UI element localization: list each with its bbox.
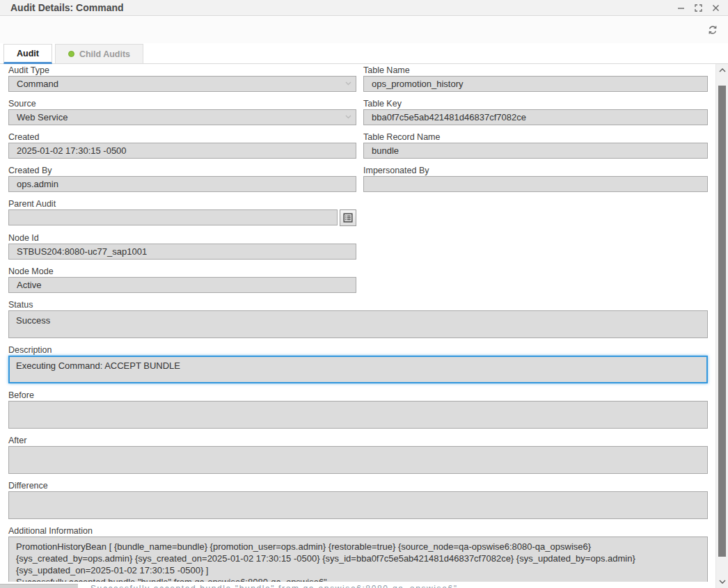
- table-name-input[interactable]: [363, 76, 708, 92]
- vertical-scrollbar[interactable]: [715, 64, 728, 588]
- status-label: Status: [8, 299, 715, 308]
- parent-audit-lookup-button[interactable]: [340, 209, 356, 226]
- after-textarea[interactable]: [8, 446, 708, 474]
- difference-label: Difference: [8, 479, 715, 489]
- source-input[interactable]: [8, 109, 356, 125]
- impersonated-by-label: Impersonated By: [363, 164, 708, 174]
- created-by-input[interactable]: [8, 176, 356, 192]
- table-key-label: Table Key: [363, 97, 708, 107]
- additional-information-textarea[interactable]: PromotionHistoryBean [ {bundle_name=bund…: [8, 537, 708, 588]
- audit-type-input[interactable]: [8, 76, 356, 92]
- restore-button[interactable]: [693, 2, 704, 13]
- tab-strip: Audit Child Audits: [0, 43, 728, 64]
- node-id-input[interactable]: [8, 244, 356, 260]
- audit-details-dialog: Audit Details: Command: [0, 0, 728, 588]
- table-name-label: Table Name: [363, 64, 708, 74]
- created-label: Created: [8, 131, 356, 141]
- dialog-title: Audit Details: Command: [10, 2, 124, 13]
- minimize-button[interactable]: [675, 2, 686, 13]
- description-textarea[interactable]: Executing Command: ACCEPT BUNDLE: [8, 356, 708, 383]
- refresh-icon: [707, 24, 718, 35]
- source-label: Source: [8, 97, 356, 107]
- clipped-bottom-row: Successfully accepted bundle "bundle" fr…: [0, 582, 715, 588]
- scroll-up-button[interactable]: [716, 65, 728, 76]
- audit-form-panel: Audit Type Table Name Source: [0, 64, 715, 588]
- close-button[interactable]: [710, 2, 721, 13]
- table-record-name-input[interactable]: [363, 143, 708, 159]
- chevron-up-icon: [719, 68, 726, 72]
- status-textarea[interactable]: Success: [8, 310, 708, 338]
- created-input[interactable]: [8, 143, 356, 159]
- description-label: Description: [8, 344, 715, 353]
- created-by-label: Created By: [8, 164, 356, 174]
- node-id-label: Node Id: [8, 232, 356, 241]
- chevron-down-icon: [719, 580, 726, 584]
- scroll-down-button[interactable]: [716, 576, 728, 587]
- refresh-button[interactable]: [704, 21, 722, 39]
- table-key-input[interactable]: [363, 109, 708, 125]
- after-label: After: [8, 434, 715, 444]
- parent-audit-input[interactable]: [8, 209, 338, 225]
- window-controls: [675, 2, 728, 13]
- list-details-icon: [343, 213, 353, 223]
- additional-information-label: Additional Information: [8, 525, 715, 534]
- parent-audit-label: Parent Audit: [8, 198, 356, 207]
- green-dot-icon: [68, 51, 74, 57]
- node-mode-label: Node Mode: [8, 265, 356, 275]
- before-label: Before: [8, 389, 715, 399]
- table-record-name-label: Table Record Name: [363, 131, 708, 141]
- difference-textarea[interactable]: [8, 491, 708, 519]
- before-textarea[interactable]: [8, 401, 708, 429]
- clipped-row-text: Successfully accepted bundle "bundle" fr…: [90, 584, 461, 588]
- tab-audit[interactable]: Audit: [3, 44, 52, 64]
- toolbar: [0, 17, 728, 43]
- node-mode-input[interactable]: [8, 277, 356, 293]
- impersonated-by-input[interactable]: [363, 176, 708, 192]
- clipped-gray-block: [0, 584, 78, 588]
- title-bar: Audit Details: Command: [0, 0, 728, 16]
- audit-type-combo[interactable]: [8, 76, 356, 92]
- audit-type-label: Audit Type: [8, 64, 356, 74]
- tab-child-audits-label: Child Audits: [79, 49, 130, 59]
- tab-child-audits[interactable]: Child Audits: [55, 44, 143, 63]
- source-combo[interactable]: [8, 109, 356, 125]
- scrollbar-thumb[interactable]: [718, 86, 726, 557]
- tab-audit-label: Audit: [17, 49, 39, 58]
